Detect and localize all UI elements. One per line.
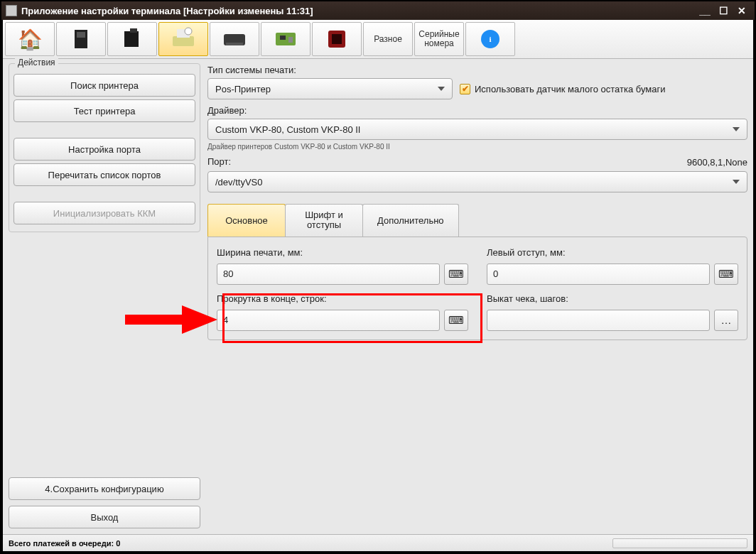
svg-rect-4 bbox=[173, 36, 194, 46]
svg-rect-13 bbox=[332, 34, 342, 44]
actions-legend: Действия bbox=[15, 58, 58, 67]
more-button-eject[interactable]: … bbox=[714, 310, 738, 331]
svg-rect-8 bbox=[226, 43, 243, 45]
paper-sensor-checkbox[interactable]: ✔ Использовать датчик малого остатка бум… bbox=[460, 84, 665, 94]
tab-font[interactable]: Шрифт и отступы bbox=[285, 204, 363, 237]
svg-rect-11 bbox=[288, 37, 293, 43]
find-printer-button[interactable]: Поиск принтера bbox=[14, 74, 195, 97]
port-select[interactable]: /dev/ttyVS0 bbox=[207, 171, 747, 192]
actions-group: Действия Поиск принтера Тест принтера На… bbox=[9, 63, 200, 232]
svg-point-6 bbox=[185, 28, 192, 35]
toolbar-serials-button[interactable]: Серийные номера bbox=[414, 22, 464, 56]
port-label: Порт: bbox=[207, 156, 231, 167]
device-icon bbox=[65, 25, 97, 53]
statusbar: Всего платежей в очереди: 0 bbox=[3, 534, 753, 551]
exit-button[interactable]: Выход bbox=[9, 506, 200, 528]
toolbar-modem-button[interactable] bbox=[210, 22, 259, 56]
reread-ports-button[interactable]: Перечитать список портов bbox=[14, 163, 195, 186]
test-printer-button[interactable]: Тест принтера bbox=[14, 99, 195, 122]
scanner-icon bbox=[321, 25, 352, 53]
print-width-field: Ширина печати, мм: 80 ⌨ bbox=[217, 246, 468, 285]
printer-icon bbox=[168, 25, 199, 53]
circuit-board-icon bbox=[270, 25, 301, 53]
keyboard-button-left[interactable]: ⌨ bbox=[714, 264, 738, 285]
left-margin-field: Левый отступ, мм: 0 ⌨ bbox=[487, 246, 738, 285]
minimize-button[interactable]: __ bbox=[696, 4, 713, 17]
keyboard-button-width[interactable]: ⌨ bbox=[444, 264, 468, 285]
driver-select[interactable]: Custom VKP-80, Custom VKP-80 II bbox=[207, 119, 747, 140]
print-system-value: Pos-Принтер bbox=[215, 84, 271, 94]
toolbar-serials-label: Серийные номера bbox=[418, 30, 459, 48]
toolbar-device2-button[interactable] bbox=[107, 22, 157, 56]
svg-rect-10 bbox=[280, 36, 286, 40]
svg-rect-2 bbox=[124, 31, 139, 47]
content-area: Тип системы печати: Pos-Принтер ✔ Исполь… bbox=[207, 63, 747, 531]
scroll-input[interactable]: 4 bbox=[217, 310, 440, 331]
save-config-button[interactable]: 4.Сохранить конфигурацию bbox=[9, 477, 200, 500]
tab-main-pane: Ширина печати, мм: 80 ⌨ Левый отступ, мм… bbox=[207, 237, 747, 340]
toolbar-device1-button[interactable] bbox=[56, 22, 106, 56]
ellipsis-icon: … bbox=[721, 314, 732, 326]
scroll-label: Прокрутка в конце, строк: bbox=[217, 293, 468, 304]
print-system-label: Тип системы печати: bbox=[207, 65, 747, 75]
modem-icon bbox=[219, 25, 250, 53]
toolbar-printer-button[interactable] bbox=[158, 22, 208, 56]
keyboard-button-scroll[interactable]: ⌨ bbox=[444, 310, 468, 331]
toolbar: 🏠 Разное Серийные номера i bbox=[3, 20, 753, 59]
house-icon: 🏠 bbox=[14, 25, 45, 53]
port-setup-button[interactable]: Настройка порта bbox=[14, 138, 195, 161]
driver-label: Драйвер: bbox=[207, 105, 747, 116]
tab-extra[interactable]: Дополнительно bbox=[362, 204, 459, 237]
paper-sensor-label: Использовать датчик малого остатка бумаг… bbox=[475, 84, 665, 94]
status-text: Всего платежей в очереди: 0 bbox=[9, 539, 120, 548]
left-margin-label: Левый отступ, мм: bbox=[487, 247, 738, 258]
status-progress bbox=[612, 538, 747, 548]
toolbar-info-button[interactable]: i bbox=[465, 22, 515, 56]
keyboard-icon: ⌨ bbox=[718, 268, 734, 281]
info-icon: i bbox=[481, 30, 500, 48]
app-icon bbox=[6, 5, 17, 16]
init-kkm-button[interactable]: Инициализировать ККМ bbox=[14, 202, 195, 224]
port-value: /dev/ttyVS0 bbox=[215, 177, 262, 188]
eject-input[interactable] bbox=[487, 310, 710, 331]
eject-label: Выкат чека, шагов: bbox=[487, 293, 738, 304]
scroll-field: Прокрутка в конце, строк: 4 ⌨ bbox=[217, 292, 468, 331]
close-button[interactable]: ✕ bbox=[733, 4, 750, 17]
print-system-select[interactable]: Pos-Принтер bbox=[207, 78, 453, 99]
titlebar: Приложение настройки терминала [Настройк… bbox=[1, 1, 755, 20]
toolbar-scanner-button[interactable] bbox=[312, 22, 362, 56]
driver-note: Драйвер принтеров Custom VKP-80 и Custom… bbox=[207, 143, 747, 151]
svg-rect-1 bbox=[77, 32, 85, 38]
eject-field: Выкат чека, шагов: … bbox=[487, 292, 738, 331]
print-width-input[interactable]: 80 bbox=[217, 264, 440, 285]
window-title: Приложение настройки терминала [Настройк… bbox=[21, 6, 313, 16]
keyboard-icon: ⌨ bbox=[448, 314, 464, 327]
device2-icon bbox=[117, 25, 148, 53]
maximize-button[interactable]: ☐ bbox=[715, 4, 732, 17]
left-margin-input[interactable]: 0 bbox=[487, 264, 710, 285]
sidebar: Действия Поиск принтера Тест принтера На… bbox=[9, 63, 200, 531]
check-icon: ✔ bbox=[460, 84, 470, 94]
tab-strip: Основное Шрифт и отступы Дополнительно bbox=[207, 204, 747, 237]
toolbar-board-button[interactable] bbox=[261, 22, 310, 56]
svg-rect-3 bbox=[130, 28, 137, 33]
tab-main[interactable]: Основное bbox=[207, 204, 286, 237]
toolbar-misc-button[interactable]: Разное bbox=[363, 22, 413, 56]
port-params: 9600,8,1,None bbox=[687, 157, 747, 168]
driver-value: Custom VKP-80, Custom VKP-80 II bbox=[215, 124, 360, 135]
print-width-label: Ширина печати, мм: bbox=[217, 247, 468, 258]
keyboard-icon: ⌨ bbox=[448, 268, 464, 281]
toolbar-misc-label: Разное bbox=[374, 34, 402, 44]
toolbar-home-button[interactable]: 🏠 bbox=[5, 22, 55, 56]
